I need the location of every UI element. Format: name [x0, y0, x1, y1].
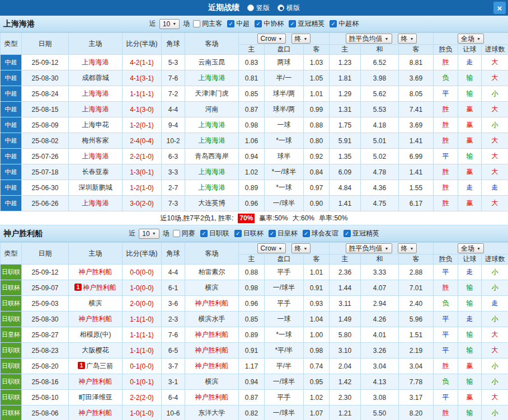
league-type-cell: 中超	[1, 55, 22, 70]
filter-checkbox[interactable]: 同主客	[193, 19, 222, 29]
wdl-average-select[interactable]: 胜平负均值▼	[346, 34, 392, 44]
home-team[interactable]: 上海海港	[69, 55, 123, 70]
home-team[interactable]: 神户胜利船	[69, 312, 123, 327]
euro-odds-home: 1.44	[330, 280, 361, 296]
sub-header-asian-home: 主	[239, 45, 265, 55]
corners: 10-6	[162, 405, 185, 420]
home-team[interactable]: 上海申花	[69, 117, 123, 133]
home-team[interactable]: 大阪樱花	[69, 343, 123, 358]
away-team[interactable]: 柏雷素尔	[185, 265, 239, 280]
filter-checkbox[interactable]: 同赛	[173, 229, 195, 238]
away-team[interactable]: 天津津门虎	[185, 86, 239, 102]
league-type-cell: 日职联	[1, 343, 22, 358]
asian-odds-away: 1.01	[304, 265, 330, 280]
filter-checkbox[interactable]: ✓中协杯	[255, 19, 284, 29]
home-team[interactable]: 上海海港	[69, 102, 123, 117]
matches-table: 类型 日期 主场 比分(半场) 角球 客场 Crow▼ 终▼ 胜平负均值	[0, 32, 508, 211]
odds-source-select[interactable]: Crow▼	[257, 243, 286, 253]
scope-select[interactable]: 全场▼	[458, 243, 484, 253]
euro-odds-away: 3.04	[399, 358, 434, 374]
result-handicap: 赢	[458, 133, 482, 149]
matches-label: 场	[163, 229, 170, 238]
result-goals: 大	[482, 196, 508, 211]
home-team[interactable]: 町田泽维亚	[69, 390, 123, 405]
score: 2-4(0-4)	[123, 133, 162, 149]
filter-checkbox[interactable]: ✓日联杯	[234, 229, 264, 238]
away-team[interactable]: 神户胜利船	[185, 358, 239, 374]
away-team[interactable]: 上海海港	[185, 133, 239, 149]
away-team[interactable]: 青岛西海岸	[185, 149, 239, 164]
odds-source-select[interactable]: Crow▼	[257, 34, 286, 44]
result-wdl: 胜	[434, 117, 458, 133]
checkbox-checked-icon: ✓	[255, 20, 262, 27]
filter-checkbox[interactable]: ✓中超	[227, 19, 250, 29]
europe-odds-group: 胜平负均值▼ 终▼	[330, 243, 434, 254]
panel-title: 近期战绩	[208, 3, 239, 13]
radio-vertical-layout[interactable]: 竖版	[247, 3, 270, 13]
euro-odds-home: 3.10	[330, 343, 361, 358]
result-wdl: 胜	[434, 164, 458, 180]
euro-odds-home: 2.04	[330, 358, 361, 374]
asian-handicap: 平/半	[265, 358, 304, 374]
asian-final-select[interactable]: 终▼	[291, 34, 311, 44]
away-team[interactable]: 横滨水手	[185, 312, 239, 327]
home-team[interactable]: 1广岛三箭	[69, 358, 123, 374]
away-team[interactable]: 神户胜利船	[185, 390, 239, 405]
home-team[interactable]: 神户胜利船	[69, 405, 123, 420]
euro-odds-draw: 5.62	[361, 86, 399, 102]
filter-checkbox[interactable]: ✓日职联	[200, 229, 229, 238]
radio-horizontal-layout[interactable]: 横版	[277, 3, 300, 13]
filter-checkbox[interactable]: ✓亚冠精英	[344, 229, 379, 238]
euro-final-select[interactable]: 终▼	[398, 243, 417, 253]
away-team[interactable]: 东洋大学	[185, 405, 239, 420]
home-team[interactable]: 上海海港	[69, 149, 123, 164]
section-shanghai-port: 上海海港 近 10 ▼ 场 同主客✓中超✓中协杯✓亚冠精英✓中超杯 类型	[0, 16, 508, 225]
home-team[interactable]: 神户胜利船	[69, 265, 123, 280]
home-team[interactable]: 梅州客家	[69, 133, 123, 149]
filter-checkbox[interactable]: ✓球会友谊	[303, 229, 338, 238]
wdl-average-select[interactable]: 胜平负均值▼	[346, 243, 392, 253]
match-count-select[interactable]: 10 ▼	[159, 19, 180, 29]
filter-checkbox-label: 日皇杯	[277, 229, 298, 238]
asian-final-select[interactable]: 终▼	[291, 243, 311, 253]
close-button[interactable]: ×	[493, 2, 506, 14]
home-team[interactable]: 上海海港	[69, 86, 123, 102]
away-team[interactable]: 横滨	[185, 280, 239, 296]
home-team[interactable]: 相模原(中)	[69, 327, 123, 343]
home-team[interactable]: 上海海港	[69, 196, 123, 211]
away-team[interactable]: 河南	[185, 102, 239, 117]
checkbox-checked-icon: ✓	[200, 230, 208, 237]
asian-odds-home: 0.85	[239, 86, 265, 102]
asian-handicap: *一球	[265, 327, 304, 343]
away-team[interactable]: 上海海港	[185, 180, 239, 196]
away-team[interactable]: 云南玉昆	[185, 55, 239, 70]
euro-odds-draw: 4.78	[361, 164, 399, 180]
home-team[interactable]: 深圳新鹏城	[69, 180, 123, 196]
away-team[interactable]: 神户胜利船	[185, 296, 239, 312]
scope-select[interactable]: 全场▼	[458, 34, 484, 44]
corners: 3-3	[162, 164, 185, 180]
away-team[interactable]: 上海海港	[185, 70, 239, 86]
home-team[interactable]: 长春亚泰	[69, 164, 123, 180]
home-team[interactable]: 1神户胜利船	[69, 280, 123, 296]
away-team[interactable]: 上海海港	[185, 117, 239, 133]
away-team[interactable]: 大连英博	[185, 196, 239, 211]
euro-odds-away: 7.78	[399, 374, 434, 390]
away-team[interactable]: 神户胜利船	[185, 327, 239, 343]
filter-checkbox[interactable]: ✓日皇杯	[269, 229, 298, 238]
league-type-cell: 中超	[1, 102, 22, 117]
asian-odds-home: 0.98	[239, 280, 265, 296]
filter-checkbox[interactable]: ✓中超杯	[330, 19, 359, 29]
away-team[interactable]: 横滨	[185, 374, 239, 390]
match-count-select[interactable]: 10 ▼	[139, 229, 159, 239]
home-team[interactable]: 神户胜利船	[69, 374, 123, 390]
match-row: 日职联25-09-12神户胜利船0-0(0-0)4-4柏雷素尔0.88平手1.0…	[1, 265, 508, 280]
euro-final-select[interactable]: 终▼	[398, 34, 417, 44]
home-team[interactable]: 横滨	[69, 296, 123, 312]
away-team[interactable]: 上海海港	[185, 164, 239, 180]
asian-handicap: *一/球半	[265, 164, 304, 180]
chevron-down-icon: ▼	[279, 247, 283, 251]
away-team[interactable]: 神户胜利船	[185, 343, 239, 358]
home-team[interactable]: 成都蓉城	[69, 70, 123, 86]
filter-checkbox[interactable]: ✓亚冠精英	[289, 19, 324, 29]
